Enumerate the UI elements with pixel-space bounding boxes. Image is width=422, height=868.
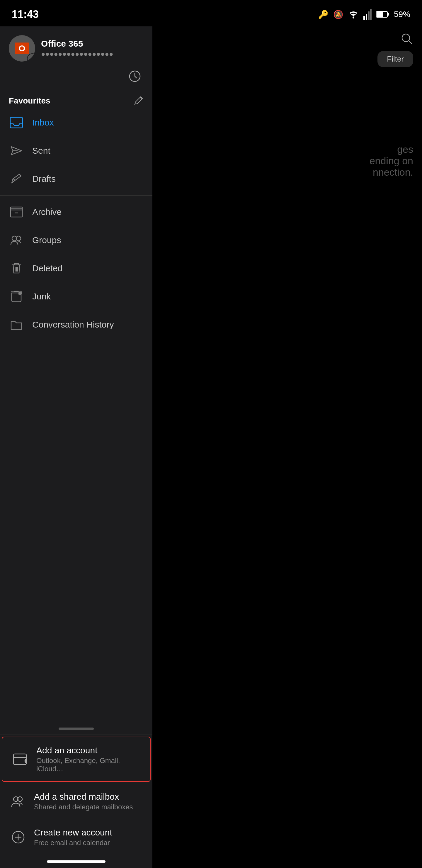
- sidebar-item-conversation-history[interactable]: Conversation History: [0, 311, 152, 339]
- svg-rect-6: [377, 12, 383, 17]
- bg-text-line1: ges: [369, 144, 413, 155]
- add-account-svg-icon: [13, 753, 28, 766]
- favourites-section-header: Favourites: [0, 91, 152, 108]
- archive-icon: [9, 205, 24, 220]
- add-account-text: Add an account Outlook, Exchange, Gmail,…: [36, 745, 139, 773]
- shared-mailbox-text: Add a shared mailbox Shared and delegate…: [34, 792, 133, 811]
- main-topbar: [152, 26, 422, 51]
- inbox-icon: [9, 115, 24, 130]
- account-header[interactable]: O + Office 365 ●●●●●●●●●●●●●●●●●: [0, 26, 152, 67]
- inbox-svg-icon: [10, 117, 23, 128]
- groups-icon: [9, 232, 24, 248]
- add-icon: +: [28, 54, 35, 62]
- groups-label: Groups: [32, 235, 61, 245]
- svg-point-0: [353, 17, 354, 19]
- create-account-text: Create new account Free email and calend…: [34, 828, 112, 847]
- sidebar-item-archive[interactable]: Archive: [0, 198, 152, 226]
- svg-rect-7: [388, 13, 389, 16]
- conversation-history-icon: [9, 317, 24, 332]
- drafts-svg-icon: [10, 173, 23, 185]
- pencil-icon: [133, 96, 143, 106]
- shared-mailbox-subtitle: Shared and delegate mailboxes: [34, 803, 133, 811]
- add-account-button[interactable]: Add an account Outlook, Exchange, Gmail,…: [2, 737, 151, 782]
- edit-favourites-icon[interactable]: [133, 96, 143, 106]
- wifi-icon: [348, 10, 359, 19]
- create-account-button[interactable]: Create new account Free email and calend…: [0, 819, 152, 855]
- key-icon: 🔑: [318, 10, 328, 19]
- create-account-subtitle: Free email and calendar: [34, 839, 112, 847]
- drafts-icon: [9, 171, 24, 186]
- battery-icon: [376, 10, 389, 19]
- create-account-icon: [10, 830, 26, 845]
- sidebar-item-sent[interactable]: Sent: [0, 137, 152, 165]
- main-content: Filter ges ending on nnection.: [152, 26, 422, 868]
- junk-label: Junk: [32, 291, 51, 302]
- sent-icon: [9, 143, 24, 158]
- svg-rect-11: [10, 117, 23, 128]
- account-email: ●●●●●●●●●●●●●●●●●: [41, 50, 143, 58]
- scroll-bar: [59, 727, 94, 730]
- status-bar: 11:43 🔑 🔕: [0, 0, 422, 26]
- status-time: 11:43: [12, 8, 39, 21]
- bg-text-line2: ending on: [369, 155, 413, 166]
- trash-svg-icon: [10, 262, 23, 275]
- junk-svg-icon: [10, 290, 23, 303]
- schedule-button[interactable]: [126, 67, 143, 85]
- create-account-title: Create new account: [34, 828, 112, 837]
- archive-svg-icon: [10, 206, 23, 218]
- svg-rect-3: [368, 11, 369, 20]
- sidebar-item-groups[interactable]: Groups: [0, 226, 152, 254]
- sidebar-spacer: [0, 339, 152, 723]
- avatar[interactable]: O +: [9, 35, 35, 62]
- search-button[interactable]: [400, 32, 413, 45]
- battery-text: 59%: [394, 10, 410, 19]
- deleted-label: Deleted: [32, 264, 62, 273]
- status-icons: 🔑 🔕 59%: [318, 9, 410, 20]
- sidebar-item-deleted[interactable]: Deleted: [0, 254, 152, 282]
- add-account-subtitle: Outlook, Exchange, Gmail, iCloud…: [36, 756, 139, 773]
- add-account-icon: [13, 752, 28, 767]
- sidebar: O + Office 365 ●●●●●●●●●●●●●●●●●: [0, 26, 152, 868]
- svg-rect-4: [370, 9, 371, 20]
- conversation-history-label: Conversation History: [32, 320, 114, 330]
- home-indicator: [0, 855, 152, 868]
- search-svg-icon: [400, 32, 413, 45]
- app-container: O + Office 365 ●●●●●●●●●●●●●●●●●: [0, 26, 422, 868]
- sidebar-item-inbox[interactable]: Inbox: [0, 108, 152, 137]
- shared-mailbox-svg-icon: [10, 795, 26, 808]
- svg-point-21: [402, 34, 410, 42]
- signal-icon: [363, 9, 371, 20]
- plus-circle-svg-icon: [10, 830, 26, 845]
- bg-text-line3: nnection.: [369, 166, 413, 178]
- svg-rect-2: [366, 14, 367, 20]
- shared-mailbox-title: Add a shared mailbox: [34, 792, 133, 802]
- scroll-indicator: [0, 723, 152, 735]
- drafts-label: Drafts: [32, 174, 56, 184]
- folder-svg-icon: [10, 318, 23, 331]
- groups-svg-icon: [10, 234, 23, 246]
- bottom-actions: Add an account Outlook, Exchange, Gmail,…: [0, 735, 152, 868]
- office-logo-icon: O: [13, 39, 31, 57]
- schedule-icon: [128, 70, 141, 83]
- bell-muted-icon: 🔕: [333, 10, 344, 19]
- sidebar-item-junk[interactable]: Junk: [0, 282, 152, 311]
- account-info: Office 365 ●●●●●●●●●●●●●●●●●: [41, 39, 143, 58]
- add-account-title: Add an account: [36, 745, 139, 755]
- sent-svg-icon: [10, 145, 23, 157]
- home-bar: [47, 860, 105, 863]
- svg-rect-1: [363, 16, 365, 20]
- archive-label: Archive: [32, 207, 62, 217]
- svg-text:O: O: [19, 43, 25, 53]
- favourites-label: Favourites: [9, 96, 51, 105]
- junk-icon: [9, 289, 24, 304]
- add-shared-mailbox-button[interactable]: Add a shared mailbox Shared and delegate…: [0, 783, 152, 819]
- header-actions: [0, 67, 152, 88]
- filter-button[interactable]: Filter: [378, 51, 413, 67]
- account-name: Office 365: [41, 39, 143, 49]
- svg-rect-17: [13, 754, 26, 765]
- sent-label: Sent: [32, 146, 51, 156]
- background-text: ges ending on nnection.: [369, 144, 413, 178]
- shared-mailbox-icon: [10, 794, 26, 809]
- deleted-icon: [9, 261, 24, 276]
- sidebar-item-drafts[interactable]: Drafts: [0, 165, 152, 193]
